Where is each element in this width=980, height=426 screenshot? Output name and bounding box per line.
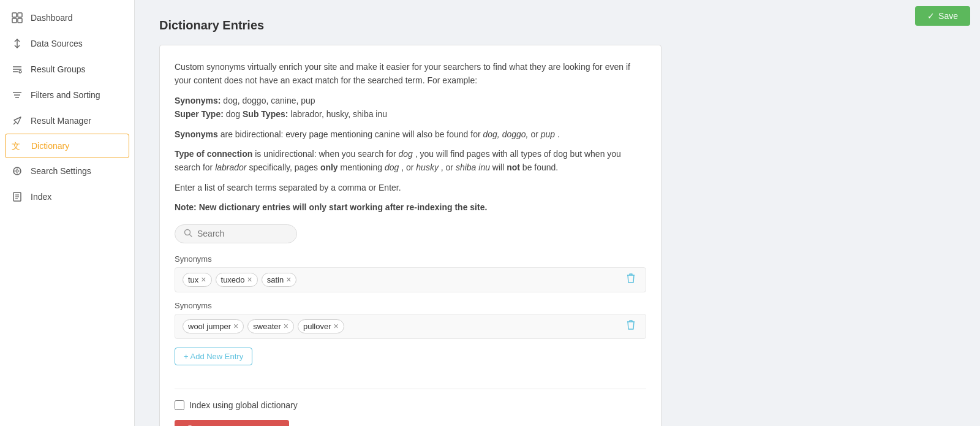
sidebar-item-data-sources[interactable]: Data Sources [0,31,134,56]
description-block: Custom synonyms virtually enrich your si… [175,60,646,215]
dictionary-icon: 文 [12,140,24,152]
filters-icon [11,89,23,101]
sidebar-item-result-manager-label: Result Manager [31,116,91,126]
description-para-1: Custom synonyms virtually enrich your si… [175,60,646,88]
enter-note: Enter a list of search terms separated b… [175,181,646,194]
tag-pullover-close[interactable]: × [334,322,339,330]
entry2-delete-button[interactable] [624,319,638,333]
supertype-value: dog [226,109,243,119]
sidebar-item-result-manager[interactable]: Result Manager [0,108,134,134]
dashboard-icon [11,12,23,24]
search-input[interactable] [197,229,288,238]
global-dictionary-label[interactable]: Index using global dictionary [189,400,298,410]
check-icon: ✓ [927,11,935,21]
empty-dictionary-button[interactable]: Empty the Dictionary [175,420,289,426]
entry2-label-container: Synonyms wool jumper × sweater × pullove… [175,301,646,339]
main-content: Dictionary Entries Custom synonyms virtu… [135,0,980,426]
entry1-tags: tux × tuxedo × satin × [183,273,619,287]
subtypes-label: Sub Types: [243,109,288,119]
svg-rect-3 [18,18,22,23]
sidebar-item-search-settings[interactable]: Search Settings [0,158,134,184]
page-title: Dictionary Entries [159,18,956,32]
search-box[interactable] [175,224,297,243]
svg-point-8 [19,70,21,73]
sidebar-item-result-groups[interactable]: Result Groups [0,56,134,82]
entry1-label-container: Synonyms tux × tuxedo × satin × [175,254,646,292]
entry1-delete-button[interactable] [624,273,638,286]
synonyms-example-values: dog, doggo, canine, pup [223,96,315,105]
sidebar-item-dictionary-label: Dictionary [31,141,69,151]
tag-tuxedo: tuxedo × [216,273,258,287]
sidebar-item-dictionary[interactable]: 文 Dictionary [5,134,129,158]
index-icon [11,191,23,203]
sidebar: Dashboard Data Sources Result Groups Fil… [0,0,135,426]
svg-rect-1 [18,13,22,17]
tag-wool-jumper-close[interactable]: × [233,322,238,330]
sidebar-item-dashboard-label: Dashboard [31,13,73,23]
checkbox-row: Index using global dictionary [175,400,646,410]
tag-satin-close[interactable]: × [286,275,291,284]
sidebar-item-filters-sorting[interactable]: Filters and Sorting [0,82,134,108]
global-dictionary-checkbox[interactable] [175,400,184,410]
result-manager-icon [11,115,23,127]
entry1-row: tux × tuxedo × satin × [175,267,646,292]
description-para-2: Synonyms are bidirectional: every page m… [175,127,646,141]
sidebar-item-data-sources-label: Data Sources [31,39,83,48]
subtypes-value: labrador, husky, shiba inu [290,109,387,119]
result-groups-icon [11,63,23,75]
tag-satin: satin × [262,273,297,287]
data-sources-icon [11,37,23,50]
search-settings-icon [11,165,23,177]
supertype-label: Super Type: [175,109,224,119]
entry2-tags: wool jumper × sweater × pullover × [183,319,619,333]
add-new-entry-button[interactable]: + Add New Entry [175,348,252,365]
svg-point-14 [16,170,18,172]
tag-tux-close[interactable]: × [201,275,206,284]
search-icon [184,229,192,239]
divider [175,389,646,389]
sidebar-item-search-settings-label: Search Settings [31,166,91,176]
sidebar-item-result-groups-label: Result Groups [31,64,85,74]
dictionary-card: Custom synonyms virtually enrich your si… [159,45,662,426]
entry2-type-label: Synonyms [175,301,646,310]
type-of-connection-label: Type of connection [175,149,252,159]
description-para-3: Type of connection is unidirectional: wh… [175,147,646,175]
important-note: Note: New dictionary entries will only s… [175,200,646,214]
tag-tuxedo-close[interactable]: × [247,275,252,284]
save-button[interactable]: ✓ Save [915,6,970,26]
svg-line-24 [190,234,192,237]
svg-rect-2 [12,18,17,23]
entry2-row: wool jumper × sweater × pullover × [175,314,646,339]
svg-rect-0 [12,13,17,17]
tag-sweater: sweater × [247,319,294,333]
sidebar-item-filters-label: Filters and Sorting [31,90,100,100]
sidebar-item-index[interactable]: Index [0,184,134,210]
tag-tux: tux × [183,273,212,287]
examples-para: Synonyms: dog, doggo, canine, pup Super … [175,94,646,121]
svg-text:文: 文 [12,141,20,151]
synonyms-bold: Synonyms [175,129,218,139]
tag-pullover: pullover × [298,319,344,333]
entry1-type-label: Synonyms [175,254,646,264]
tag-sweater-close[interactable]: × [284,322,288,330]
sidebar-item-index-label: Index [31,192,51,202]
tag-wool-jumper: wool jumper × [183,319,244,333]
sidebar-item-dashboard[interactable]: Dashboard [0,5,134,31]
synonyms-example-label: Synonyms: [175,96,221,105]
